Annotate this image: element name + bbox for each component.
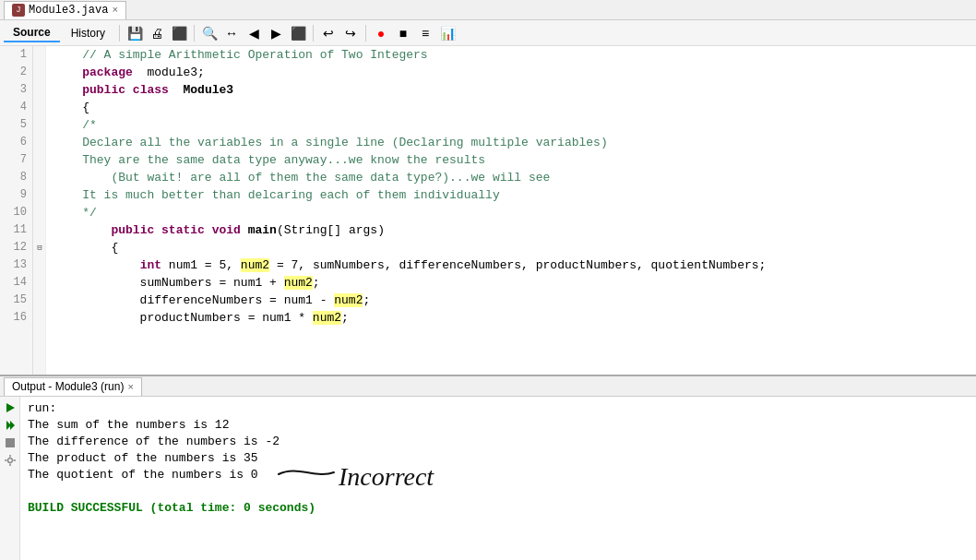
- toolbar-btn-3[interactable]: ⬛: [169, 23, 189, 43]
- output-line-1: The sum of the numbers is 12: [28, 417, 969, 434]
- svg-point-4: [7, 459, 12, 463]
- file-tab-bar: J Module3.java ×: [0, 0, 976, 20]
- file-tab-label: Module3.java: [29, 4, 108, 17]
- code-line-9: It is much better than delcaring each of…: [54, 186, 976, 204]
- code-line-4: {: [54, 99, 976, 116]
- output-sidebar: [0, 397, 20, 560]
- code-line-12: {: [54, 239, 976, 256]
- toolbar-separator-3: [313, 25, 314, 42]
- code-line-6: Declare all the variables in a single li…: [54, 134, 976, 151]
- output-line-3: The product of the numbers is 35: [28, 450, 969, 467]
- rerun-btn[interactable]: [3, 418, 18, 433]
- svg-rect-3: [6, 438, 15, 447]
- output-line-2: The difference of the numbers is -2: [28, 434, 969, 450]
- line-numbers: 12345 678910 1112131415 16: [0, 46, 33, 375]
- toolbar-btn-6[interactable]: ↩: [318, 23, 339, 43]
- fold-gutter: ⊟: [33, 46, 46, 375]
- code-line-14: sumNumbers = num1 + num2;: [54, 274, 976, 292]
- code-line-3: public class Module3: [54, 81, 976, 99]
- output-line-5: [28, 483, 969, 500]
- toolbar-separator-4: [365, 25, 366, 42]
- code-line-8: (But wait! are all of them the same data…: [54, 169, 976, 186]
- svg-marker-0: [6, 403, 15, 412]
- toolbar-btn-7[interactable]: ↪: [340, 23, 361, 43]
- toolbar-separator-2: [194, 25, 195, 42]
- output-content: run: The sum of the numbers is 12 The di…: [0, 397, 976, 560]
- code-line-5: /*: [54, 116, 976, 134]
- toolbar-btn-find[interactable]: 🔍: [199, 23, 220, 43]
- source-tab[interactable]: Source: [4, 24, 60, 42]
- output-tab[interactable]: Output - Module3 (run) ×: [4, 377, 142, 396]
- toolbar-btn-run[interactable]: ●: [371, 23, 391, 43]
- output-line-build: BUILD SUCCESSFUL (total time: 0 seconds): [28, 500, 969, 517]
- toolbar-btn-5[interactable]: ⬛: [288, 23, 308, 43]
- toolbar-separator-1: [119, 25, 120, 42]
- output-text-area: run: The sum of the numbers is 12 The di…: [20, 397, 976, 560]
- code-area[interactable]: // A simple Arithmetic Operation of Two …: [46, 46, 976, 375]
- code-line-13: int num1 = 5, num2 = 7, sumNumbers, diff…: [54, 256, 976, 274]
- code-line-7: They are the same data type anyway...we …: [54, 151, 976, 169]
- run-btn[interactable]: [3, 400, 18, 415]
- editor-container: 12345 678910 1112131415 16 ⊟ // A simple…: [0, 46, 976, 376]
- toolbar-btn-2[interactable]: 🖨: [147, 23, 167, 43]
- output-tab-bar: Output - Module3 (run) ×: [0, 376, 976, 397]
- code-line-15: differenceNumbers = num1 - num2;: [54, 292, 976, 309]
- svg-marker-2: [10, 421, 15, 430]
- history-tab[interactable]: History: [62, 25, 114, 42]
- output-close-btn[interactable]: ×: [127, 381, 133, 392]
- output-panel: Output - Module3 (run) ×: [0, 376, 976, 560]
- toolbar-btn-replace[interactable]: ↔: [221, 23, 242, 43]
- close-tab-button[interactable]: ×: [112, 5, 118, 16]
- code-line-11: public static void main(String[] args): [54, 221, 976, 239]
- fold-icon-12[interactable]: ⊟: [33, 239, 46, 256]
- java-icon: J: [12, 4, 25, 17]
- settings-btn[interactable]: [3, 453, 18, 468]
- code-line-2: package module3;: [54, 64, 976, 81]
- output-line-run: run:: [28, 400, 969, 417]
- file-tab-module3[interactable]: J Module3.java ×: [4, 1, 126, 19]
- output-tab-label: Output - Module3 (run): [12, 380, 124, 393]
- toolbar-btn-9[interactable]: 📊: [437, 23, 458, 43]
- code-line-1: // A simple Arithmetic Operation of Two …: [54, 46, 976, 64]
- code-line-10: */: [54, 204, 976, 221]
- toolbar-btn-prev[interactable]: ◀: [244, 23, 264, 43]
- code-line-16: productNumbers = num1 * num2;: [54, 309, 976, 327]
- toolbar-btn-8[interactable]: ≡: [415, 23, 435, 43]
- toolbar-btn-1[interactable]: 💾: [125, 23, 145, 43]
- stop-btn[interactable]: [3, 435, 18, 450]
- toolbar-btn-next[interactable]: ▶: [266, 23, 286, 43]
- toolbar: Source History 💾 🖨 ⬛ 🔍 ↔ ◀ ▶ ⬛ ↩ ↪ ● ■ ≡…: [0, 20, 976, 46]
- output-line-4: The quotient of the numbers is 0: [28, 467, 969, 483]
- toolbar-btn-stop[interactable]: ■: [393, 23, 413, 43]
